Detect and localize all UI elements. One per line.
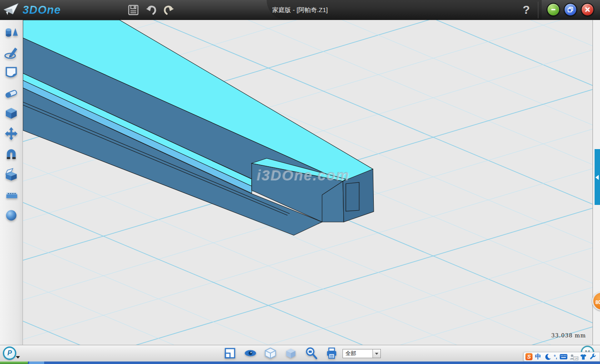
- magnet-tool-icon[interactable]: [4, 147, 18, 161]
- titlebar-separator: [538, 2, 538, 18]
- app-logo: 3DOne: [3, 2, 61, 17]
- panel-collapse-tab[interactable]: [595, 149, 600, 205]
- wireframe-display-button[interactable]: [264, 347, 277, 360]
- move-tool-icon[interactable]: [4, 127, 18, 141]
- tool-sidebar: [0, 20, 23, 345]
- help-button[interactable]: ?: [520, 1, 532, 19]
- measure-tool-icon[interactable]: [4, 188, 18, 202]
- filter-value: 全部: [345, 349, 356, 358]
- arrow-left-icon: [595, 175, 599, 180]
- save-button[interactable]: [126, 3, 140, 17]
- surface-tool-icon[interactable]: [4, 65, 18, 80]
- scene-svg: [23, 20, 592, 345]
- sogou-logo[interactable]: S: [525, 353, 532, 360]
- titlebar: 3DOne 家庭版 - [阿帕奇.Z1] ?: [0, 0, 600, 20]
- wrench-icon[interactable]: [590, 354, 597, 360]
- measurement-readout: 33.038 mm: [551, 332, 586, 339]
- skin-shirt-icon[interactable]: [580, 354, 587, 360]
- sketch-tool-icon[interactable]: [4, 45, 18, 60]
- taskbar-segment-lightblue: [29, 362, 44, 364]
- ime-mode-toggle[interactable]: 中: [535, 353, 541, 361]
- p-badge-caret-icon[interactable]: [16, 356, 20, 359]
- os-taskbar-strip[interactable]: [0, 362, 600, 364]
- selection-filter-dropdown[interactable]: 全部: [342, 349, 381, 358]
- profile-p-badge[interactable]: P: [3, 347, 16, 360]
- ime-toolbar: S 中 °, 14: [523, 352, 600, 362]
- visibility-eye-button[interactable]: [244, 347, 257, 360]
- print-button[interactable]: [325, 347, 338, 360]
- undo-button[interactable]: [144, 3, 158, 17]
- sweep-tool-icon[interactable]: [4, 86, 18, 100]
- taskbar-segment-green: [0, 362, 28, 364]
- document-title: 家庭版 - [阿帕奇.Z1]: [225, 0, 375, 20]
- brand-text: 3DOne: [22, 4, 61, 17]
- chevron-down-icon: [375, 353, 378, 355]
- shaded-display-button[interactable]: [284, 347, 298, 360]
- restore-button[interactable]: [564, 3, 577, 16]
- app-window: 3DOne 家庭版 - [阿帕奇.Z1] ?: [0, 0, 600, 364]
- moon-icon[interactable]: [544, 354, 551, 360]
- primitives-tool-icon[interactable]: [4, 25, 18, 40]
- bottom-toolbar: P: [0, 345, 600, 362]
- dropdown-caret-button[interactable]: [372, 349, 380, 358]
- viewport-canvas[interactable]: i3DOne.com 33.038 mm: [23, 20, 592, 345]
- feature-cube-tool-icon[interactable]: [4, 106, 18, 120]
- user-icon[interactable]: 14: [570, 354, 577, 360]
- zoom-search-button[interactable]: [305, 347, 318, 360]
- paper-plane-icon: [3, 2, 19, 17]
- render-sphere-tool-icon[interactable]: [4, 208, 18, 222]
- minimize-button[interactable]: [547, 3, 560, 16]
- redo-button[interactable]: [162, 3, 176, 17]
- keyboard-icon[interactable]: [560, 354, 567, 360]
- close-button[interactable]: [581, 3, 594, 16]
- user-count-badge: 14: [573, 357, 578, 360]
- combine-tool-icon[interactable]: [4, 167, 18, 182]
- view-corner-button[interactable]: [223, 347, 237, 360]
- punctuation-toggle[interactable]: °,: [554, 354, 557, 360]
